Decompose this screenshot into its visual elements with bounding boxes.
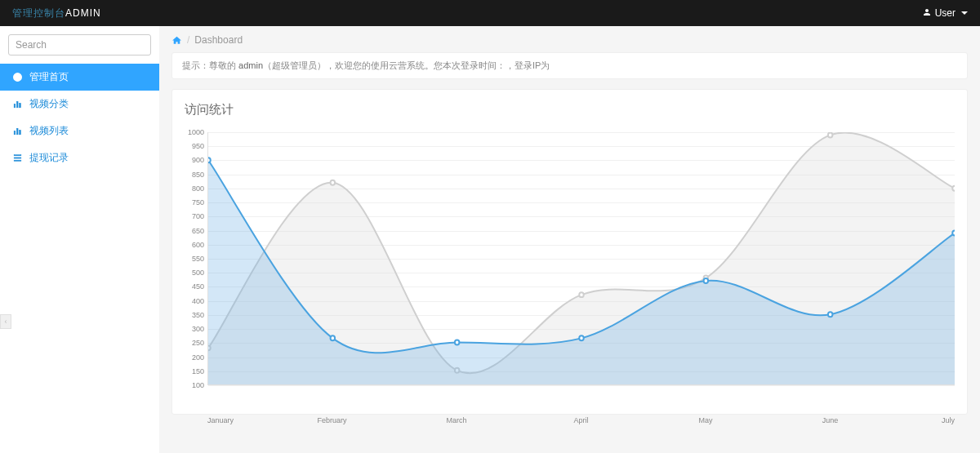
svg-rect-2 [16,101,18,108]
barchart-icon [12,126,23,136]
y-tick: 500 [192,269,204,277]
main: / Dashboard 提示：尊敬的 admin（超级管理员），欢迎您的使用云营… [159,26,980,453]
sidebar-item-withdraw[interactable]: 提现记录 [0,144,159,171]
y-tick: 750 [192,198,204,207]
svg-rect-7 [14,155,21,156]
list-icon [12,153,23,163]
data-point[interactable] [331,180,335,185]
x-tick: June [822,416,839,424]
data-point[interactable] [952,231,955,236]
sidebar: 管理首页 视频分类 视频列表 提现记录 [0,26,159,453]
breadcrumb-sep: / [187,34,189,46]
y-tick: 600 [192,241,204,249]
data-point[interactable] [579,335,583,340]
search-input[interactable] [8,34,151,56]
search-wrap [0,26,159,64]
alert-bold: admin [238,60,263,70]
y-tick: 450 [192,282,204,291]
data-point[interactable] [828,132,832,137]
y-tick: 300 [192,325,204,333]
svg-rect-8 [14,158,21,158]
y-tick: 950 [192,142,204,150]
chart: 1000950900850800750700650600550500450400… [185,132,955,402]
x-tick: July [942,416,955,424]
x-tick: March [446,416,466,424]
sidebar-item-dashboard[interactable]: 管理首页 [0,64,159,91]
y-axis: 1000950900850800750700650600550500450400… [185,132,207,385]
y-tick: 200 [192,353,204,362]
data-point[interactable] [331,335,335,340]
sidebar-item-video-list[interactable]: 视频列表 [0,118,159,144]
breadcrumb-current: Dashboard [194,34,243,46]
plot-area [207,132,955,385]
sidebar-nav: 管理首页 视频分类 视频列表 提现记录 [0,64,159,171]
alert-info: 提示：尊敬的 admin（超级管理员），欢迎您的使用云营系统。您本次登录时间：，… [172,52,968,79]
panel-title: 访问统计 [185,102,955,118]
sidebar-item-video-cat[interactable]: 视频分类 [0,91,159,118]
y-tick: 650 [192,227,204,235]
chart-svg [208,132,955,384]
y-tick: 1000 [188,128,204,136]
y-tick: 850 [192,171,204,179]
brand-en: ADMIN [65,7,101,19]
panel-stats: 访问统计 10009509008508007507006506005505004… [172,89,968,415]
svg-rect-6 [20,130,21,134]
data-point[interactable] [704,278,708,283]
x-tick: May [698,416,712,424]
dashboard-icon [12,72,23,82]
brand-zh: 管理控制台 [12,7,65,19]
home-icon[interactable] [172,35,182,46]
y-tick: 550 [192,255,204,263]
y-tick: 150 [192,367,204,375]
alert-t2: （超级管理员），欢迎您的使用云营系统。您本次登录时间：，登录IP为 [263,60,550,70]
y-tick: 800 [192,184,204,193]
x-tick: January [207,416,234,424]
data-point[interactable] [952,186,955,191]
barchart-icon [12,99,23,109]
user-icon [922,7,932,20]
svg-rect-9 [14,160,21,161]
topbar: 管理控制台ADMIN User [0,0,980,26]
sidebar-collapse-button[interactable]: ‹ [0,314,11,329]
y-tick: 350 [192,311,204,319]
x-tick: February [317,416,346,424]
svg-rect-5 [16,128,18,135]
data-point[interactable] [828,312,832,317]
data-point[interactable] [579,292,583,297]
sidebar-item-label: 视频列表 [29,124,69,138]
user-label: User [935,7,956,19]
chevron-down-icon [961,11,968,15]
brand: 管理控制台ADMIN [12,7,101,20]
x-tick: April [573,416,588,424]
layout: 管理首页 视频分类 视频列表 提现记录 [0,26,980,453]
y-tick: 400 [192,297,204,305]
gridline [208,385,955,386]
svg-rect-1 [14,104,16,108]
sidebar-item-label: 视频分类 [29,97,69,111]
data-point[interactable] [455,340,459,345]
breadcrumb: / Dashboard [159,26,980,52]
svg-rect-4 [14,131,16,135]
sidebar-item-label: 提现记录 [29,151,69,165]
user-menu[interactable]: User [922,7,968,20]
alert-t1: 尊敬的 [209,60,238,70]
y-tick: 700 [192,212,204,220]
sidebar-item-label: 管理首页 [29,70,69,84]
y-tick: 900 [192,156,204,164]
svg-rect-3 [20,103,21,107]
alert-prefix: 提示： [182,60,209,70]
y-tick: 100 [192,381,204,389]
data-point[interactable] [208,158,211,162]
y-tick: 250 [192,339,204,347]
